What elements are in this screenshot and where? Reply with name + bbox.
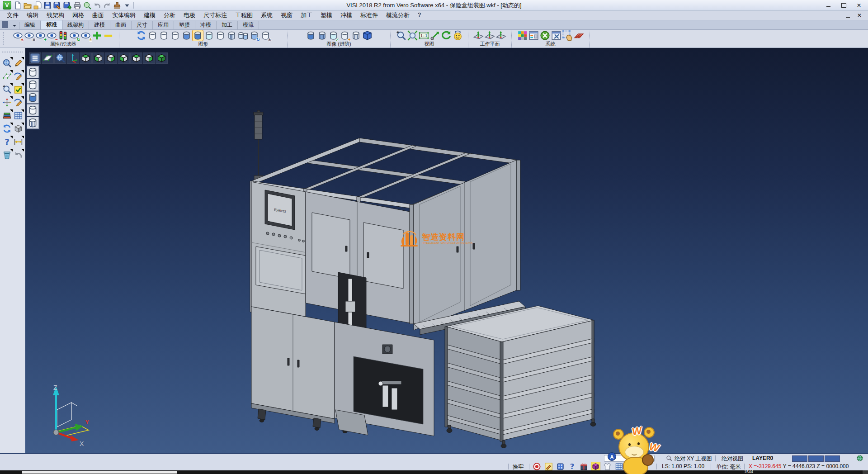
move-axis-icon[interactable] bbox=[2, 98, 12, 107]
cyl-cyan-icon[interactable] bbox=[204, 30, 214, 41]
cube-purple-icon[interactable] bbox=[591, 462, 600, 471]
ribbon-grip[interactable] bbox=[3, 32, 5, 45]
hide-all-minus-icon[interactable] bbox=[103, 30, 113, 41]
window-palette-icon[interactable] bbox=[528, 30, 539, 41]
eye-show-remove-icon[interactable] bbox=[47, 30, 57, 41]
delete-trash-icon[interactable] bbox=[2, 150, 12, 160]
strip-cyl-b-icon[interactable] bbox=[27, 79, 38, 90]
tab-2[interactable]: 线架构 bbox=[62, 21, 89, 29]
menu-item-5[interactable]: 实体编辑 bbox=[108, 11, 140, 20]
window-tools-icon[interactable] bbox=[551, 30, 561, 41]
layer-color-swatch[interactable] bbox=[792, 455, 807, 462]
palette-grid-icon[interactable] bbox=[517, 30, 528, 41]
tab-1[interactable]: 标准 bbox=[41, 20, 62, 29]
confirm-check-icon[interactable] bbox=[14, 85, 23, 94]
tab-3[interactable]: 建模 bbox=[89, 21, 110, 29]
tab-0[interactable]: 编辑 bbox=[19, 21, 41, 29]
question-mark-icon[interactable] bbox=[568, 462, 576, 471]
cube-front-icon[interactable] bbox=[93, 53, 104, 63]
menu-item-4[interactable]: 曲面 bbox=[88, 11, 108, 20]
mesh-red-icon[interactable] bbox=[574, 30, 584, 41]
adv-cyl-stripe2-icon[interactable] bbox=[351, 30, 361, 41]
menu-item-18[interactable]: ? bbox=[414, 11, 425, 20]
cyl-pair-icon[interactable] bbox=[238, 30, 248, 41]
gift-icon[interactable] bbox=[580, 462, 588, 471]
cube-solid-icon[interactable] bbox=[156, 53, 167, 63]
cyl-check-icon[interactable] bbox=[328, 30, 339, 41]
save-icon[interactable] bbox=[43, 1, 52, 9]
cyl-blue-sel-icon[interactable] bbox=[193, 30, 203, 41]
menu-item-2[interactable]: 线架构 bbox=[42, 11, 68, 20]
tab-7[interactable]: 塑膜 bbox=[174, 21, 195, 29]
edit-pencil-icon[interactable] bbox=[14, 58, 23, 68]
cube-gray-icon[interactable] bbox=[14, 124, 23, 133]
tab-8[interactable]: 冲模 bbox=[195, 21, 217, 29]
menu-item-12[interactable]: 视窗 bbox=[277, 11, 297, 20]
eye-copy-icon[interactable] bbox=[24, 30, 34, 41]
select-mag-icon[interactable] bbox=[2, 58, 12, 68]
eye-plus-minus-icon[interactable] bbox=[80, 30, 91, 41]
layer-color-swatch[interactable] bbox=[808, 455, 824, 462]
refresh-sync-icon[interactable] bbox=[2, 124, 12, 133]
eye-show-add-icon[interactable] bbox=[35, 30, 46, 41]
bottom-scrollbar-thumb[interactable] bbox=[22, 471, 177, 474]
shade-sync-icon[interactable] bbox=[136, 30, 146, 41]
menu-item-13[interactable]: 加工 bbox=[297, 11, 316, 20]
maximize-button[interactable] bbox=[836, 1, 851, 9]
menu-item-14[interactable]: 塑模 bbox=[316, 11, 336, 20]
grid-window-icon[interactable] bbox=[14, 111, 23, 120]
layer-books-icon[interactable] bbox=[2, 111, 12, 120]
traffic-filter-icon[interactable] bbox=[58, 30, 68, 41]
undo-icon[interactable] bbox=[93, 1, 101, 9]
menu-item-11[interactable]: 系统 bbox=[257, 11, 277, 20]
menu-item-1[interactable]: 编辑 bbox=[23, 11, 42, 20]
cyl-a-icon[interactable] bbox=[147, 30, 158, 41]
close-button[interactable] bbox=[852, 1, 866, 9]
new-doc-icon[interactable] bbox=[14, 1, 22, 9]
palette-grip[interactable] bbox=[2, 52, 23, 54]
mdi-minimize-button[interactable] bbox=[844, 12, 852, 19]
cube-blue-icon[interactable] bbox=[362, 30, 373, 41]
workplane-normal-icon[interactable] bbox=[496, 30, 506, 41]
cube-iso-icon[interactable] bbox=[143, 53, 155, 63]
tab-10[interactable]: 模流 bbox=[238, 21, 259, 29]
cyl-copy-icon[interactable] bbox=[340, 30, 350, 41]
show-all-plus-icon[interactable] bbox=[92, 30, 102, 41]
adv-cyl-stripe-icon[interactable] bbox=[317, 30, 327, 41]
menu-item-6[interactable]: 建模 bbox=[140, 11, 160, 20]
active-layer-label[interactable]: LAYER0 bbox=[752, 455, 773, 461]
redo-icon[interactable] bbox=[103, 1, 111, 9]
cyl-wrench-icon[interactable] bbox=[260, 30, 271, 41]
cyl-blue-icon[interactable] bbox=[181, 30, 192, 41]
settings-ball-icon[interactable] bbox=[540, 30, 550, 41]
tab-6[interactable]: 应用 bbox=[153, 21, 174, 29]
search-icon[interactable] bbox=[666, 455, 672, 461]
cyl-c-icon[interactable] bbox=[170, 30, 180, 41]
menu-item-0[interactable]: 文件 bbox=[3, 11, 23, 20]
cube-top-icon[interactable] bbox=[80, 53, 91, 63]
sketch-pencil-icon[interactable] bbox=[14, 71, 23, 81]
menu-item-10[interactable]: 工程图 bbox=[231, 11, 257, 20]
zoom-fit-icon[interactable] bbox=[407, 30, 418, 41]
strip-cyl-c-icon[interactable] bbox=[27, 104, 38, 116]
grid-window2-icon[interactable] bbox=[615, 462, 623, 471]
dice-icon[interactable] bbox=[556, 462, 565, 471]
save-as-icon[interactable] bbox=[53, 1, 61, 9]
cube-left-icon[interactable] bbox=[118, 53, 129, 63]
menu-item-3[interactable]: 网格 bbox=[68, 11, 88, 20]
measure-dist-icon[interactable] bbox=[14, 137, 23, 147]
undo-back-icon[interactable] bbox=[14, 150, 23, 160]
strip-cyl-stripe-icon[interactable] bbox=[27, 117, 38, 128]
cube-back-icon[interactable] bbox=[131, 53, 142, 63]
cyl-d-icon[interactable] bbox=[215, 30, 226, 41]
menu-item-7[interactable]: 分析 bbox=[160, 11, 179, 20]
layer-color-swatch[interactable] bbox=[825, 455, 840, 462]
more-icon[interactable] bbox=[123, 1, 131, 9]
open-folder-icon[interactable] bbox=[24, 1, 32, 9]
view-plane-icon[interactable] bbox=[42, 53, 53, 63]
hand-dots-icon[interactable] bbox=[562, 30, 573, 41]
tab-4[interactable]: 曲面 bbox=[110, 21, 132, 29]
eye-options-icon[interactable] bbox=[13, 30, 23, 41]
tab-9[interactable]: 加工 bbox=[217, 21, 238, 29]
title-bar[interactable]: V VISI 2018 R2 from Vero Software x64 - … bbox=[0, 0, 868, 11]
